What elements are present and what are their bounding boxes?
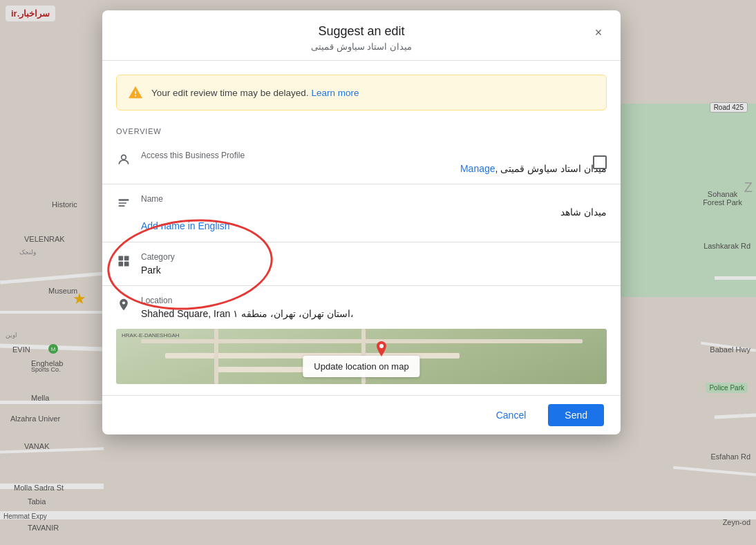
suggest-edit-dialog: Suggest an edit میدان استاد سیاوش قمیتی … xyxy=(102,10,621,434)
location-content: Location Shahed Square, Iran استان تهران… xyxy=(141,296,607,319)
category-icon xyxy=(116,254,131,269)
category-value: Park xyxy=(141,265,607,276)
business-profile-checkbox[interactable] xyxy=(593,155,607,169)
warning-banner: Your edit review time may be delayed. Le… xyxy=(116,75,607,111)
svg-rect-1 xyxy=(119,199,129,201)
name-icon xyxy=(116,195,131,211)
dialog-header: Suggest an edit میدان استاد سیاوش قمیتی … xyxy=(102,10,621,61)
name-value: میدان شاهد xyxy=(141,207,607,218)
learn-more-link[interactable]: Learn more xyxy=(311,88,359,98)
warning-icon xyxy=(128,85,143,100)
business-profile-row: Access this Business Profile میدان استاد… xyxy=(102,141,621,184)
location-value: Shahed Square, Iran استان تهران، تهران، … xyxy=(141,308,607,319)
name-label: Name xyxy=(141,194,607,204)
svg-point-8 xyxy=(122,301,125,304)
svg-rect-6 xyxy=(119,262,124,267)
name-content: Name میدان شاهد Add name in English xyxy=(141,194,607,232)
dialog-body[interactable]: Your edit review time may be delayed. Le… xyxy=(102,61,621,395)
dialog-subtitle: میدان استاد سیاوش قمیتی xyxy=(119,41,604,52)
name-row: Name میدان شاهد Add name in English xyxy=(102,184,621,242)
cancel-button[interactable]: Cancel xyxy=(480,404,543,426)
location-map-thumbnail[interactable]: HRAK-E-DANESHGAH Update location on map xyxy=(116,329,607,384)
warning-text: Your edit review time may be delayed. Le… xyxy=(151,88,359,98)
svg-rect-5 xyxy=(124,256,129,261)
overview-label: OVERVIEW xyxy=(102,116,621,141)
map-thumb-road xyxy=(214,329,218,384)
svg-rect-2 xyxy=(119,202,127,204)
location-icon xyxy=(116,297,131,312)
svg-rect-4 xyxy=(119,256,124,261)
close-button[interactable]: × xyxy=(587,21,609,44)
business-profile-content: Access this Business Profile میدان استاد… xyxy=(141,151,607,174)
business-profile-label: Access this Business Profile xyxy=(141,151,607,160)
dialog-title: Suggest an edit xyxy=(119,24,604,39)
svg-point-9 xyxy=(379,344,384,348)
profile-icon xyxy=(116,152,131,167)
business-profile-value: میدان استاد سیاوش قمیتی ,Manage xyxy=(141,163,607,174)
svg-rect-3 xyxy=(119,205,125,207)
location-row: Location Shahed Square, Iran استان تهران… xyxy=(102,286,621,329)
svg-rect-7 xyxy=(124,262,129,267)
category-label: Category xyxy=(141,252,607,262)
business-profile-checkbox-area xyxy=(593,155,607,169)
update-location-button[interactable]: Update location on map xyxy=(303,356,419,377)
location-pin xyxy=(376,341,387,359)
category-row: Category Park xyxy=(102,242,621,286)
manage-link[interactable]: Manage xyxy=(460,163,495,174)
map-thumb-label: HRAK-E-DANESHGAH xyxy=(122,332,180,338)
category-content: Category Park xyxy=(141,252,607,276)
add-name-link[interactable]: Add name in English xyxy=(141,220,229,231)
location-label: Location xyxy=(141,296,607,305)
dialog-footer: Cancel Send xyxy=(102,395,621,434)
map-thumbnail-inner: HRAK-E-DANESHGAH Update location on map xyxy=(116,329,607,384)
svg-point-0 xyxy=(122,155,126,160)
send-button[interactable]: Send xyxy=(548,404,604,426)
